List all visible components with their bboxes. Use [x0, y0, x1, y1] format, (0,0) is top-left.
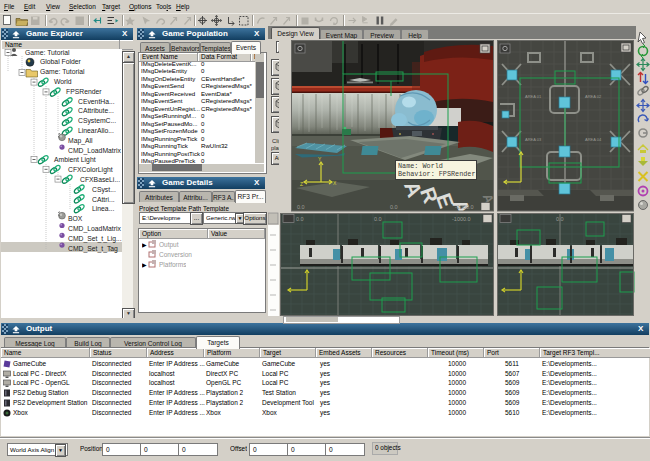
svg-text:CAttri...: CAttri... — [92, 195, 115, 202]
svg-text:FPSRender: FPSRender — [66, 87, 102, 94]
svg-text:CFXColorLight: CFXColorLight — [68, 166, 113, 174]
svg-text:-1000.0: -1000.0 — [455, 204, 474, 210]
svg-text:Game: Tutorial: Game: Tutorial — [40, 68, 85, 75]
svg-text:World: World — [54, 78, 72, 85]
svg-text:CEventHa...: CEventHa... — [78, 97, 115, 104]
svg-text:CFXBaseLi...: CFXBaseLi... — [80, 176, 120, 183]
svg-text:-1000.0: -1000.0 — [452, 216, 471, 222]
svg-text:Linea...: Linea... — [92, 205, 114, 212]
svg-text:CMD_Set_t_Tag: CMD_Set_t_Tag — [68, 244, 118, 252]
svg-text:AREA 04: AREA 04 — [585, 137, 602, 142]
svg-text:0.0: 0.0 — [296, 216, 304, 222]
svg-text:CMD_Set_t_Lig...: CMD_Set_t_Lig... — [68, 234, 122, 242]
svg-text:AREA 03: AREA 03 — [525, 137, 542, 142]
svg-text:Game: Tutorial: Game: Tutorial — [25, 48, 70, 55]
svg-text:Z: Z — [300, 181, 303, 187]
svg-text:CMD_LoadMatrix: CMD_LoadMatrix — [68, 146, 121, 154]
svg-text:CSystemC...: CSystemC... — [78, 117, 116, 125]
svg-text:Ambient Light: Ambient Light — [54, 156, 96, 164]
svg-text:0.0: 0.0 — [297, 204, 305, 210]
svg-text:Map_All: Map_All — [68, 136, 93, 144]
svg-text:0.0: 0.0 — [374, 216, 382, 222]
svg-text:Global Folder: Global Folder — [40, 58, 82, 65]
svg-text:CAttribute...: CAttribute... — [78, 107, 114, 114]
svg-text:0.0: 0.0 — [556, 216, 564, 222]
svg-text:CMD_LoadMatrix: CMD_LoadMatrix — [68, 225, 121, 233]
svg-text:0.0: 0.0 — [390, 204, 398, 210]
svg-text:BOX: BOX — [68, 215, 83, 222]
svg-text:AREA 01: AREA 01 — [525, 94, 542, 99]
svg-text:LinearAllo...: LinearAllo... — [78, 127, 114, 134]
svg-text:CSyst...: CSyst... — [92, 185, 116, 193]
svg-text:AREA 02: AREA 02 — [585, 94, 602, 99]
